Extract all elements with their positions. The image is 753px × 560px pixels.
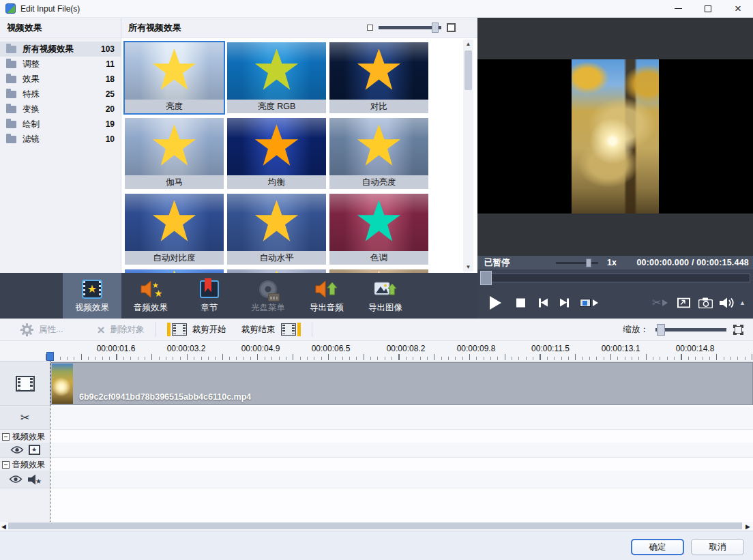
ruler-time: 00:00:13.1	[593, 344, 648, 353]
timeline-ruler[interactable]: 00:00:01.6 00:00:03.2 00:00:04.9 00:00:0…	[0, 341, 753, 362]
effects-category-sidebar: 视频效果 所有视频效果 103 调整 11 效果 18 特殊 25	[0, 18, 121, 273]
collapse-icon[interactable]	[2, 461, 10, 469]
thumbnail-size-controls	[367, 23, 456, 32]
collapse-icon[interactable]	[2, 433, 10, 441]
split-button-disabled: ✂	[652, 297, 668, 308]
effect-label: 自动亮度	[329, 175, 428, 189]
effect-label: 自动水平	[227, 251, 326, 265]
seek-track[interactable]	[480, 274, 750, 282]
video-effects-track-label: 视频效果	[2, 431, 45, 443]
effect-tile-auto-levels[interactable]: 自动水平	[227, 194, 326, 265]
sidebar-item-draw[interactable]: 绘制 19	[0, 117, 121, 132]
minimize-icon	[675, 8, 682, 9]
tab-video-effects[interactable]: ★ 视频效果	[63, 273, 121, 319]
minimize-button[interactable]	[663, 0, 693, 17]
speed-slider[interactable]	[556, 262, 598, 264]
folder-icon	[6, 91, 16, 98]
effect-thumbnail	[227, 118, 326, 175]
small-size-icon	[367, 25, 373, 31]
sidebar-item-transform[interactable]: 变换 20	[0, 102, 121, 117]
ok-button[interactable]: 确定	[631, 539, 684, 555]
ruler-time: 00:00:11.5	[523, 344, 578, 353]
effect-label: 色调	[329, 251, 428, 265]
window-controls: ×	[663, 0, 753, 17]
delete-x-icon: ×	[97, 323, 104, 336]
category-count: 103	[101, 44, 115, 54]
thumbnail-size-slider[interactable]	[379, 26, 441, 29]
trim-start-button[interactable]: 裁剪开始	[167, 323, 226, 336]
sidebar-item-all-video-effects[interactable]: 所有视频效果 103	[0, 42, 121, 57]
trim-end-button[interactable]: 裁剪结束	[241, 323, 301, 336]
effect-tile-equalize[interactable]: 均衡	[227, 118, 326, 189]
seek-thumb[interactable]	[480, 271, 492, 285]
volume-popup-button[interactable]: ▲	[739, 299, 745, 306]
effect-tile-contrast[interactable]: 对比	[329, 42, 428, 113]
titlebar: Edit Input File(s) ×	[0, 0, 753, 18]
sidebar-item-filter[interactable]: 滤镜 10	[0, 132, 121, 147]
fit-timeline-icon[interactable]	[733, 325, 743, 335]
sidebar-item-adjust[interactable]: 调整 11	[0, 57, 121, 72]
audio-effects-track-row[interactable]	[50, 471, 753, 488]
zoom-slider-thumb[interactable]	[657, 324, 665, 336]
timeline-toolbar: 属性... × 删除对象 裁剪开始 裁剪结束 缩放：	[0, 319, 753, 341]
speed-slider-thumb[interactable]	[586, 259, 591, 267]
close-button[interactable]: ×	[723, 0, 753, 17]
sidebar-header: 视频效果	[0, 18, 121, 38]
scroll-up-arrow[interactable]: ▲	[463, 40, 473, 48]
gear-icon	[20, 323, 33, 336]
volume-button[interactable]	[720, 297, 735, 308]
sidebar-item-special[interactable]: 特殊 25	[0, 87, 121, 102]
cut-track-row[interactable]	[50, 407, 753, 430]
timeline-zoom-slider[interactable]	[655, 328, 726, 331]
seek-bar[interactable]	[477, 269, 753, 286]
star-icon	[357, 124, 402, 167]
video-effects-track-row[interactable]	[50, 443, 753, 458]
play-button[interactable]	[490, 296, 501, 310]
video-clip[interactable]: 6b9c2cf0941bd78b396515abb4c6110c.mp4	[50, 362, 753, 405]
audio-effects-track-label: 音频效果	[2, 459, 45, 471]
fullscreen-button[interactable]	[677, 297, 690, 308]
scroll-down-arrow[interactable]: ▼	[463, 263, 473, 271]
tab-audio-effects[interactable]: ★ ★ 音频效果	[121, 273, 180, 319]
effect-tile-gamma[interactable]: 伽马	[125, 118, 224, 189]
cancel-button[interactable]: 取消	[691, 539, 744, 555]
scroll-right-arrow[interactable]: ▶	[744, 522, 752, 531]
tab-export-audio[interactable]: 导出音频	[297, 273, 356, 319]
snapshot-button[interactable]	[698, 297, 713, 308]
category-label: 特殊	[23, 89, 40, 100]
maximize-button[interactable]	[693, 0, 723, 17]
effects-grid: 亮度 亮度 RGB 对比 伽马 均衡 自动亮度	[125, 42, 429, 273]
scroll-left-arrow[interactable]: ◀	[0, 522, 8, 531]
hscrollbar-thumb[interactable]	[8, 522, 742, 529]
effect-thumbnail	[125, 42, 224, 100]
playhead-marker[interactable]	[46, 352, 54, 361]
sidebar-item-effect[interactable]: 效果 18	[0, 72, 121, 87]
category-count: 19	[106, 119, 115, 129]
stop-button[interactable]	[516, 298, 525, 307]
delete-object-button: × 删除对象	[97, 323, 144, 336]
svg-text:★: ★	[35, 477, 42, 485]
size-slider-thumb[interactable]	[432, 23, 439, 33]
eye-icon[interactable]	[9, 475, 23, 484]
category-label: 调整	[23, 59, 40, 70]
film-star-icon: ★	[29, 445, 40, 455]
timeline-hscrollbar[interactable]: ◀ ▶	[0, 522, 753, 531]
ruler-time: 00:00:08.2	[379, 344, 433, 353]
go-to-start-button[interactable]	[539, 298, 548, 307]
effect-tile-auto-brightness[interactable]: 自动亮度	[329, 118, 428, 189]
next-frame-button[interactable]	[580, 299, 598, 307]
effect-thumbnail	[227, 194, 326, 251]
scrollbar-thumb[interactable]	[464, 50, 472, 90]
effect-tile-brightness-rgb[interactable]: 亮度 RGB	[227, 42, 326, 113]
scissors-icon: ✂	[652, 297, 661, 308]
play-icon	[490, 296, 501, 310]
effect-tile-brightness[interactable]: 亮度	[125, 42, 224, 113]
tab-export-image[interactable]: 导出图像	[356, 273, 415, 319]
effect-tile-hue[interactable]: 色调	[329, 194, 428, 265]
effects-scrollbar[interactable]: ▲ ▼	[463, 40, 473, 271]
tab-chapters[interactable]: 章节	[180, 273, 239, 319]
effect-tile-auto-contrast[interactable]: 自动对比度	[125, 194, 224, 265]
star-icon	[152, 48, 197, 91]
eye-icon[interactable]	[10, 445, 24, 454]
go-to-end-button[interactable]	[560, 298, 569, 307]
